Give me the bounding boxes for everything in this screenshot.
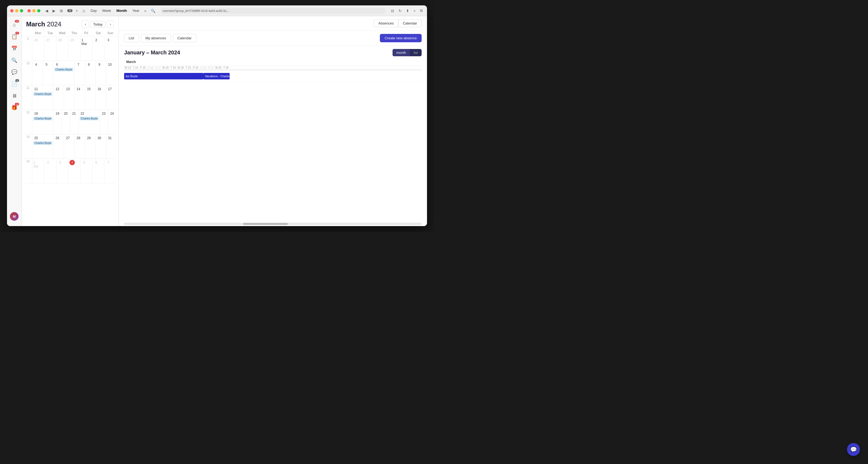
calendar-day[interactable]: 27 (64, 134, 74, 158)
calendar-day[interactable]: 4 (68, 159, 80, 183)
timeline-container[interactable]: March W 13T 14F 15S 16S 17M 18T 19W 20T … (119, 58, 427, 222)
sidebar-item-directory[interactable]: 🔍 (9, 55, 20, 66)
maximize-button-2[interactable] (37, 9, 40, 12)
calendar-day[interactable]: 4 (32, 61, 42, 85)
calendar-day[interactable]: 1 Mar (80, 36, 92, 61)
calendar-event[interactable]: Charles Boyle (33, 117, 52, 120)
tab-absences[interactable]: Absences (374, 20, 398, 27)
calendar-day[interactable]: 17 (106, 85, 116, 110)
calendar-day[interactable]: 2 (92, 36, 104, 61)
tab-week[interactable]: Week (100, 8, 113, 13)
day-number: 1 Mar (82, 39, 87, 45)
close-button[interactable] (10, 9, 13, 12)
minimize-button-2[interactable] (32, 9, 35, 12)
list-tab-button[interactable]: List (124, 34, 138, 42)
calendar-day[interactable]: 23 (100, 110, 108, 134)
nav-back-icon[interactable]: ◀ (44, 8, 49, 13)
calendar-day[interactable]: 21 (70, 110, 79, 134)
more-tabs-icon[interactable]: » (143, 8, 148, 13)
list-view-button[interactable]: list (410, 49, 422, 56)
week-num-header (24, 30, 32, 36)
calendar-day[interactable]: 18Charles Boyle (32, 110, 53, 134)
day-number: 7 (105, 160, 111, 165)
search-icon[interactable]: 🔍 (150, 8, 156, 13)
new-tab-icon[interactable]: + (412, 8, 417, 13)
scrollbar-thumb[interactable] (243, 223, 288, 225)
calendar-event[interactable]: Charles Boyle (33, 92, 52, 96)
calendar-day[interactable]: 30 (95, 134, 106, 158)
sidebar-item-absences[interactable]: 📋 5 (9, 31, 20, 42)
maximize-button[interactable] (20, 9, 23, 12)
calendar-day[interactable]: 9 (95, 61, 106, 85)
sidebar-toggle-icon[interactable]: ⊞ (59, 8, 64, 13)
calendar-day[interactable]: 2 (44, 159, 56, 183)
calendar-day[interactable]: 13 (64, 85, 74, 110)
tab-day[interactable]: Day (89, 8, 98, 13)
calendar-day[interactable]: 14 (74, 85, 85, 110)
calendar-day[interactable]: 8 (85, 61, 95, 85)
calendar-day[interactable]: 20 (62, 110, 70, 134)
prev-month-button[interactable]: ‹ (82, 21, 89, 28)
sidebar-item-requests[interactable]: 📄 3 (9, 79, 20, 89)
day-column-header: T 21 (185, 66, 192, 70)
today-button[interactable]: Today (90, 21, 105, 28)
calendar-day[interactable]: 16 (95, 85, 106, 110)
calendar-day[interactable]: 26 (32, 36, 44, 61)
tab-calendar[interactable]: Calendar (398, 20, 422, 27)
sidebar-item-home[interactable]: ⌂ 13 (9, 20, 20, 30)
calendar-day[interactable]: 22Charles Boyle (79, 110, 100, 134)
calendar-day[interactable]: 5 (42, 61, 53, 85)
calendar-event[interactable]: Charles Boyle (33, 141, 52, 145)
horizontal-scrollbar[interactable] (124, 223, 422, 225)
calendar-day[interactable]: 5 (80, 159, 92, 183)
close-button-2[interactable] (27, 9, 31, 12)
nav-forward-icon[interactable]: ▶ (52, 8, 57, 13)
split-view-icon[interactable]: ⧉ (419, 8, 424, 13)
create-absence-button[interactable]: Create new absence (380, 34, 422, 42)
tab-year[interactable]: Year (131, 8, 141, 13)
sidebar-item-calendar[interactable]: 📅 (9, 43, 20, 54)
reload-icon[interactable]: ↻ (397, 8, 403, 13)
month-view-button[interactable]: month (393, 49, 410, 56)
calendar-day[interactable]: 28 (74, 134, 85, 158)
reader-mode-icon[interactable]: ⊟ (390, 8, 395, 13)
day-number: 3 (105, 37, 111, 43)
calendar-day[interactable]: 3 (104, 36, 116, 61)
calendar-day[interactable]: 6Charles Boyle (53, 61, 74, 85)
tab-month[interactable]: Month (115, 8, 128, 13)
sidebar-item-benefits[interactable]: 🎁 14 (9, 102, 20, 113)
next-month-button[interactable]: › (106, 21, 114, 28)
calendar-day[interactable]: 25Charles Boyle (32, 134, 53, 158)
calendar-day[interactable]: 29 (68, 36, 80, 61)
calendar-day[interactable]: 10 (106, 61, 116, 85)
sidebar-item-assets[interactable]: 🖥 (9, 90, 20, 101)
weekday-sun: Sun (104, 30, 116, 36)
share-icon[interactable]: ⬆ (405, 8, 410, 13)
calendar-day[interactable]: 11Charles Boyle (32, 85, 53, 110)
calendar-day[interactable]: 24 (108, 110, 116, 134)
calendar-day[interactable]: 31 (106, 134, 116, 158)
calendar-day[interactable]: 27 (44, 36, 56, 61)
calendar-day[interactable]: 6 (92, 159, 104, 183)
calendar-week-row: 1218Charles Boyle19202122Charles Boyle23… (24, 110, 116, 134)
add-tab-icon[interactable]: + (74, 8, 79, 13)
calendar-day[interactable]: 26 (53, 134, 64, 158)
calendar-day[interactable]: 1 Apr (32, 159, 44, 183)
calendar-tab-button[interactable]: Calendar (173, 34, 196, 42)
calendar-day[interactable]: 19 (53, 110, 62, 134)
timeline-event[interactable]: Vacations - Charles Boyle (203, 73, 230, 80)
calendar-event[interactable]: Charles Boyle (80, 117, 98, 120)
calendar-day[interactable]: 3 (56, 159, 68, 183)
timeline-event[interactable]: les Boyle (124, 73, 203, 80)
sidebar-item-messages[interactable]: 💬 (9, 67, 20, 78)
my-absences-tab-button[interactable]: My absences (141, 34, 171, 42)
calendar-event[interactable]: Charles Boyle (54, 68, 73, 71)
calendar-day[interactable]: 7 (104, 159, 116, 183)
calendar-day[interactable]: 7 (74, 61, 85, 85)
calendar-day[interactable]: 29 (85, 134, 95, 158)
calendar-day[interactable]: 15 (85, 85, 95, 110)
calendar-day[interactable]: 28 (56, 36, 68, 61)
calendar-day[interactable]: 12 (53, 85, 64, 110)
timeline-body: les BoyleVacations - Charles Boyle (124, 70, 422, 82)
minimize-button[interactable] (15, 9, 18, 12)
